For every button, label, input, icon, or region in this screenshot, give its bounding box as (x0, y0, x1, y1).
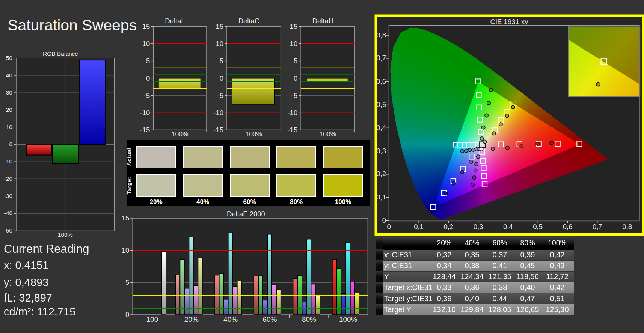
svg-text:Target: Target (126, 177, 132, 194)
svg-text:Actual: Actual (126, 148, 132, 166)
